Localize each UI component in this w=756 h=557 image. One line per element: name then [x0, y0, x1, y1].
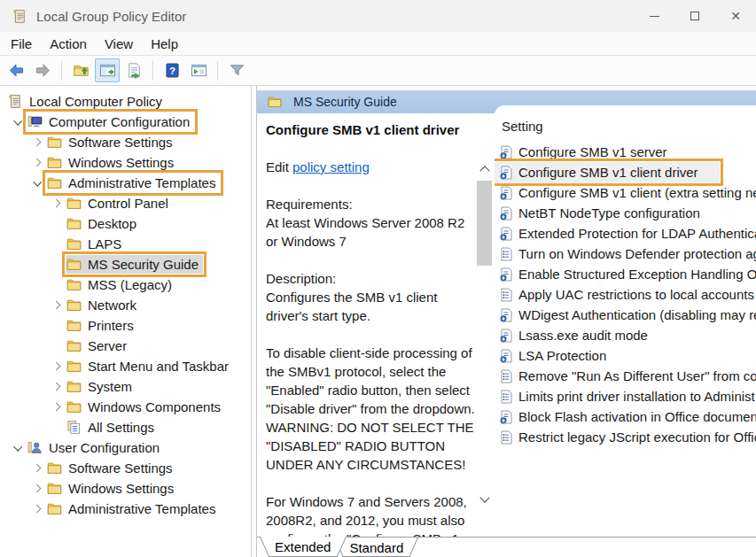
scroll-down-button[interactable]	[475, 489, 495, 507]
setting-row-turn-on-windows-defender-protection-ag[interactable]: Turn on Windows Defender protection ag	[495, 244, 756, 264]
console-tree-toggle-button[interactable]	[95, 58, 120, 82]
help-button[interactable]: ?	[160, 58, 184, 82]
menu-file[interactable]: File	[2, 34, 41, 54]
setting-row-configure-smb-v1-server[interactable]: Configure SMB v1 server	[495, 142, 673, 162]
chevron-right-icon[interactable]	[27, 485, 46, 491]
tree-item-control-panel[interactable]: Control Panel	[0, 193, 251, 213]
folder-icon	[47, 481, 62, 496]
chevron-right-icon[interactable]	[27, 465, 46, 471]
tree-item-ms-security-guide[interactable]: MS Security Guide	[0, 254, 251, 275]
folder-icon	[47, 501, 62, 516]
tree-item-user-configuration[interactable]: User Configuration	[0, 437, 251, 458]
tree-item-start-menu-and-taskbar[interactable]: Start Menu and Taskbar	[0, 356, 251, 376]
setting-row-wdigest-authentication-disabling-may-re[interactable]: WDigest Authentication (disabling may re	[495, 305, 756, 325]
tree-item-all-settings[interactable]: All Settings	[0, 417, 251, 437]
setting-row-lsa-protection[interactable]: LSA Protection	[495, 345, 612, 366]
setting-row-restrict-legacy-jscript-execution-for-of[interactable]: Restrict legacy JScript execution for Of…	[495, 427, 756, 447]
chevron-right-icon[interactable]	[46, 302, 66, 308]
description-scrollbar[interactable]	[475, 113, 495, 537]
forward-button[interactable]	[30, 58, 55, 82]
tree-item-laps[interactable]: LAPS	[0, 234, 251, 254]
chevron-right-icon[interactable]	[27, 139, 46, 145]
toolbar-separator	[152, 61, 153, 81]
export-list-button[interactable]	[121, 58, 146, 82]
main-area: Local Computer PolicyComputer Configurat…	[0, 86, 756, 557]
tree-item-windows-settings[interactable]: Windows Settings	[0, 478, 251, 499]
tree-item-administrative-templates[interactable]: Administrative Templates	[0, 173, 251, 193]
back-button[interactable]	[4, 58, 28, 82]
chevron-glyph	[13, 117, 22, 126]
setting-row-remove-run-as-different-user-from-con[interactable]: Remove "Run As Different User" from con	[495, 366, 756, 386]
tree-item-printers[interactable]: Printers	[0, 315, 251, 336]
setting-row-extended-protection-for-ldap-authenticat[interactable]: Extended Protection for LDAP Authenticat…	[495, 223, 756, 244]
tree-item-label: All Settings	[88, 420, 154, 435]
chevron-down-icon[interactable]	[7, 445, 27, 451]
tree-item-local-computer-policy[interactable]: Local Computer Policy	[0, 91, 251, 112]
policy-list-icon	[499, 390, 513, 404]
description-line: WARNING: DO NOT SELECT THE "DISABLED" RA…	[266, 418, 475, 474]
minimize-icon	[650, 16, 659, 17]
up-one-level-button[interactable]	[68, 58, 93, 82]
setting-row-configure-smb-v1-client-extra-setting-ne[interactable]: Configure SMB v1 client (extra setting n…	[495, 182, 756, 203]
tree-item-software-settings[interactable]: Software Settings	[0, 132, 251, 152]
setting-label: WDigest Authentication (disabling may re	[518, 307, 756, 322]
policy-description-panel: Configure SMB v1 client driver Edit poli…	[257, 113, 475, 537]
tree-item-server[interactable]: Server	[0, 336, 251, 356]
chevron-right-icon[interactable]	[27, 159, 46, 166]
tree-item-mss-legacy[interactable]: MSS (Legacy)	[0, 275, 251, 295]
tree-item-windows-settings[interactable]: Windows Settings	[0, 152, 251, 173]
chevron-down-icon[interactable]	[27, 180, 46, 186]
setting-row-apply-uac-restrictions-to-local-accounts[interactable]: Apply UAC restrictions to local accounts…	[495, 284, 756, 305]
setting-row-block-flash-activation-in-office-documen[interactable]: Block Flash activation in Office documen…	[495, 406, 756, 427]
chevron-right-icon[interactable]	[46, 404, 66, 410]
setting-column-header[interactable]: Setting	[495, 119, 756, 134]
tree-item-computer-configuration[interactable]: Computer Configuration	[0, 112, 251, 132]
tree-item-windows-components[interactable]: Windows Components	[0, 397, 251, 417]
setting-row-enable-structured-exception-handling-ov[interactable]: Enable Structured Exception Handling Ov	[495, 264, 756, 284]
scroll-icon	[8, 94, 23, 109]
tree-item-core: Control Panel	[66, 194, 173, 213]
chevron-right-icon[interactable]	[46, 200, 66, 206]
chevron-right-icon[interactable]	[27, 506, 46, 512]
tree-item-core: Start Menu and Taskbar	[66, 357, 233, 375]
window-title: Local Group Policy Editor	[36, 9, 186, 24]
folder-icon	[66, 399, 82, 414]
scroll-up-button[interactable]	[475, 159, 495, 177]
setting-label: Restrict legacy JScript execution for Of…	[518, 429, 756, 445]
filter-button[interactable]	[224, 58, 249, 82]
chevron-glyph	[51, 301, 60, 310]
menu-action[interactable]: Action	[41, 34, 96, 54]
folder-icon	[66, 216, 82, 231]
chevron-right-icon[interactable]	[46, 363, 66, 369]
setting-row-configure-smb-v1-client-driver[interactable]: Configure SMB v1 client driver	[495, 162, 720, 182]
action-pane-toggle-button[interactable]	[186, 58, 211, 82]
maximize-button[interactable]	[674, 0, 715, 32]
chevron-glyph	[51, 362, 60, 371]
tree-item-core: Network	[66, 296, 141, 314]
tree-item-core: Software Settings	[46, 459, 177, 477]
chevron-right-icon[interactable]	[46, 383, 66, 390]
scrollbar-thumb[interactable]	[477, 181, 492, 266]
tree-item-administrative-templates[interactable]: Administrative Templates	[0, 499, 251, 519]
chevron-down-icon[interactable]	[7, 119, 27, 125]
close-button[interactable]: ✕	[715, 0, 756, 32]
setting-row-netbt-nodetype-configuration[interactable]: NetBT NodeType configuration	[495, 203, 705, 223]
tree-item-network[interactable]: Network	[0, 295, 251, 315]
menu-view[interactable]: View	[96, 34, 142, 54]
tab-standard[interactable]: Standard	[334, 538, 418, 557]
menu-help[interactable]: Help	[142, 34, 187, 54]
chevron-up-icon	[479, 166, 489, 175]
description-line: At least Windows Server 2008 R2 or Windo…	[266, 213, 475, 251]
tree-item-software-settings[interactable]: Software Settings	[0, 458, 251, 478]
setting-row-lsass-exe-audit-mode[interactable]: Lsass.exe audit mode	[495, 325, 653, 345]
tab-extended[interactable]: Extended	[260, 537, 346, 557]
policy-list-icon	[499, 247, 513, 261]
tree-item-desktop[interactable]: Desktop	[0, 213, 251, 234]
tree-item-core: Administrative Templates	[46, 174, 220, 192]
minimize-button[interactable]	[634, 0, 674, 32]
setting-row-limits-print-driver-installation-to-admi[interactable]: Limits print driver installation to Admi…	[495, 386, 756, 406]
tree-item-system[interactable]: System	[0, 376, 251, 397]
policy-description-text: Edit policy setting Requirements:At leas…	[266, 158, 475, 537]
policy-setting-link[interactable]: policy setting	[292, 159, 370, 174]
tree-item-core: MS Security Guide	[66, 255, 203, 274]
